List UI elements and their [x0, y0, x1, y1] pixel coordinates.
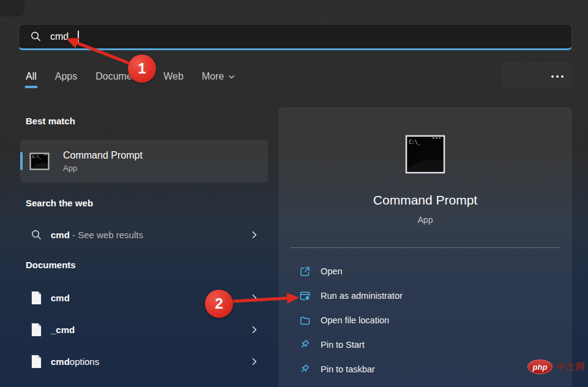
cmd-icon-large: C:\_ — [405, 135, 445, 176]
section-header-documents: Documents — [26, 260, 76, 270]
chevron-right-icon — [250, 294, 258, 302]
document-icon — [31, 291, 42, 305]
tab-more[interactable]: More — [202, 71, 235, 88]
best-match-text: Command Prompt App — [63, 150, 143, 173]
annotation-step-2: 2 — [205, 290, 233, 318]
tab-all[interactable]: All — [26, 71, 37, 88]
action-label: Pin to Start — [321, 340, 365, 350]
best-match-result[interactable]: C:\_ Command Prompt App — [20, 140, 268, 182]
svg-text:C:\_: C:\_ — [409, 140, 420, 145]
windows-search-flyout: cmd All Apps Documents Web More Best mat… — [0, 0, 588, 387]
watermark-text: 中文网 — [556, 361, 586, 373]
action-label: Open — [321, 266, 342, 276]
search-input[interactable]: cmd — [18, 24, 572, 50]
cmd-icon: C:\_ — [29, 151, 50, 171]
preview-title: Command Prompt — [278, 193, 572, 208]
action-label: Run as administrator — [321, 291, 403, 301]
chevron-right-icon — [250, 358, 258, 366]
annotation-step-1: 1 — [128, 54, 156, 83]
preview-panel: C:\_ Command Prompt App Open Run as admi… — [278, 107, 572, 387]
document-row[interactable]: _cmd — [20, 317, 268, 342]
folder-icon — [299, 315, 311, 326]
web-search-label: cmd - See web results — [51, 230, 242, 240]
document-row[interactable]: cmdoptions — [20, 348, 268, 374]
run-as-admin-icon — [299, 290, 311, 302]
tab-apps[interactable]: Apps — [55, 71, 77, 88]
tab-web[interactable]: Web — [163, 71, 184, 88]
watermark: php 中文网 — [527, 359, 586, 374]
selection-indicator — [20, 152, 23, 170]
search-query-text: cmd — [50, 31, 69, 42]
pin-icon — [299, 339, 311, 351]
svg-text:C:\_: C:\_ — [32, 154, 42, 159]
section-header-web: Search the web — [26, 198, 93, 208]
search-icon — [31, 229, 42, 241]
action-label: Pin to taskbar — [321, 364, 375, 374]
action-label: Open file location — [321, 315, 389, 325]
chevron-right-icon — [250, 231, 258, 239]
document-name: _cmd — [51, 325, 242, 335]
screen-corner-artifact — [0, 0, 24, 17]
open-icon — [299, 266, 311, 277]
search-icon — [30, 31, 42, 42]
section-header-best-match: Best match — [26, 116, 75, 126]
action-open[interactable]: Open — [278, 259, 572, 284]
ellipsis-icon[interactable] — [551, 75, 564, 78]
pin-icon — [299, 364, 311, 375]
text-caret — [78, 31, 79, 42]
chevron-down-icon — [228, 73, 235, 80]
divider — [291, 247, 560, 248]
chevron-right-icon — [250, 326, 258, 334]
php-logo: php — [527, 359, 553, 374]
action-pin-to-start[interactable]: Pin to Start — [278, 333, 572, 357]
action-open-file-location[interactable]: Open file location — [278, 308, 572, 333]
preview-subtitle: App — [278, 215, 572, 225]
document-name: cmdoptions — [51, 356, 242, 367]
result-title: Command Prompt — [63, 150, 143, 161]
result-subtitle: App — [63, 163, 143, 173]
document-icon — [31, 355, 42, 369]
document-icon — [31, 323, 42, 337]
action-run-as-administrator[interactable]: Run as administrator — [278, 284, 572, 308]
web-search-row[interactable]: cmd - See web results — [20, 222, 268, 247]
